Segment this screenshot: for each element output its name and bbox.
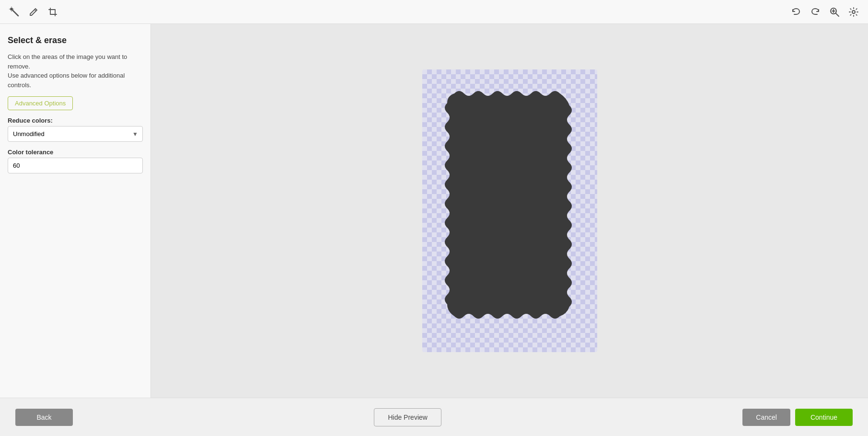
bottom-right-buttons: Cancel Continue (742, 409, 853, 426)
color-tolerance-group: Color tolerance (8, 149, 143, 173)
advanced-options-button[interactable]: Advanced Options (8, 96, 73, 110)
undo-button[interactable] (789, 5, 803, 19)
svg-line-1 (12, 10, 18, 16)
svg-line-6 (35, 10, 36, 11)
main-content: Select & erase Click on the areas of the… (0, 24, 868, 398)
image-preview (422, 69, 597, 352)
reduce-colors-label: Reduce colors: (8, 117, 143, 124)
svg-point-11 (852, 11, 855, 13)
redo-button[interactable] (809, 5, 822, 19)
toolbar (0, 0, 868, 24)
crop-tool[interactable] (46, 5, 59, 19)
sidebar-desc-line1: Click on the areas of the image you want… (8, 53, 127, 70)
sidebar: Select & erase Click on the areas of the… (0, 24, 151, 398)
sidebar-desc-line2: Use advanced options below for additiona… (8, 72, 125, 89)
reduce-colors-select[interactable]: Unmodified Low Medium High (8, 126, 143, 142)
cancel-button[interactable]: Cancel (742, 409, 790, 426)
pencil-tool[interactable] (27, 5, 40, 19)
settings-button[interactable] (847, 5, 860, 19)
reduce-colors-group: Reduce colors: Unmodified Low Medium Hig… (8, 117, 143, 142)
color-tolerance-input[interactable] (8, 158, 143, 173)
magic-wand-tool[interactable] (8, 5, 21, 19)
back-button[interactable]: Back (15, 409, 73, 426)
sidebar-title: Select & erase (8, 35, 143, 46)
subject-shape (445, 89, 574, 333)
color-tolerance-label: Color tolerance (8, 149, 143, 156)
continue-button[interactable]: Continue (795, 409, 853, 426)
toolbar-left-tools (8, 5, 59, 19)
canvas-area[interactable] (151, 24, 868, 398)
zoom-button[interactable] (828, 5, 841, 19)
bottom-bar: Back Hide Preview Cancel Continue (0, 398, 868, 436)
toolbar-right-tools (789, 5, 860, 19)
hide-preview-button[interactable]: Hide Preview (374, 408, 441, 426)
reduce-colors-select-wrapper: Unmodified Low Medium High ▼ (8, 126, 143, 142)
svg-line-8 (836, 13, 839, 16)
sidebar-description: Click on the areas of the image you want… (8, 52, 143, 90)
